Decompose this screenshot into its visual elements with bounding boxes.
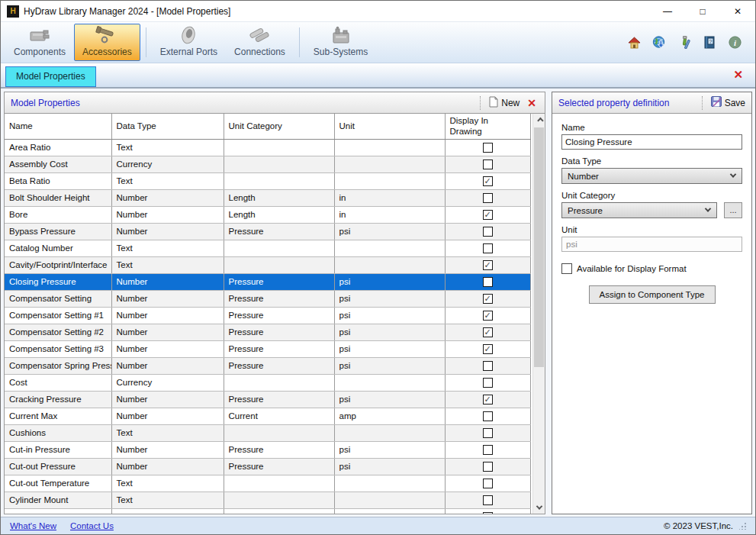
table-row[interactable]: Compensator SettingNumberPressurepsi✓ xyxy=(5,290,530,307)
minimize-button[interactable]: — xyxy=(650,1,685,21)
display-in-drawing-checkbox[interactable] xyxy=(483,143,493,153)
table-row[interactable]: BoreNumberLengthin✓ xyxy=(5,206,530,223)
table-row[interactable]: Compensator Setting #3NumberPressurepsi✓ xyxy=(5,340,530,357)
browse-button[interactable]: ... xyxy=(724,202,742,218)
display-in-drawing-checkbox[interactable] xyxy=(483,428,493,438)
display-in-drawing-checkbox[interactable]: ✓ xyxy=(483,210,493,220)
table-row[interactable]: Compensator Setting #1NumberPressurepsi✓ xyxy=(5,307,530,324)
whats-new-link[interactable]: What's New xyxy=(10,521,56,530)
cell-category: Length xyxy=(224,206,334,223)
cell-type: Number xyxy=(111,206,224,223)
data-type-value: Number xyxy=(568,172,599,181)
display-in-drawing-checkbox[interactable]: ✓ xyxy=(483,176,493,186)
cell-category: Pressure xyxy=(224,391,334,408)
display-in-drawing-checkbox[interactable] xyxy=(483,479,493,488)
cell-name: Area Ratio xyxy=(5,139,111,156)
save-button[interactable]: Save xyxy=(711,96,745,109)
cell-type: Number xyxy=(111,324,224,340)
display-in-drawing-checkbox[interactable] xyxy=(483,227,493,237)
table-row[interactable]: Cut-in PressureNumberPressurepsi xyxy=(5,441,530,458)
toolbar-button-external-ports[interactable]: External Ports xyxy=(152,24,226,61)
table-row[interactable]: Beta RatioText✓ xyxy=(5,172,530,189)
table-row[interactable]: CushionsText xyxy=(5,424,530,441)
table-row[interactable]: Cylinder MountText xyxy=(5,491,530,508)
scroll-down-icon[interactable] xyxy=(533,501,545,514)
display-in-drawing-checkbox[interactable] xyxy=(483,193,493,203)
table-row[interactable]: Catalog NumberText xyxy=(5,240,530,256)
properties-table: Name Data Type Unit Category Unit Displa… xyxy=(5,114,531,514)
toolbar-button-accessories[interactable]: Accessories xyxy=(74,24,140,61)
display-in-drawing-checkbox[interactable] xyxy=(483,495,493,505)
toolbar-button-sub-systems[interactable]: Sub-Systems xyxy=(305,24,376,61)
panel-close-icon[interactable]: ✕ xyxy=(525,97,539,109)
table-row[interactable]: Bypass PressureNumberPressurepsi xyxy=(5,223,530,240)
close-button[interactable]: ✕ xyxy=(720,1,755,21)
name-field[interactable] xyxy=(561,134,742,150)
sub-systems-icon xyxy=(328,25,354,45)
assign-to-component-type-button[interactable]: Assign to Component Type xyxy=(589,285,716,304)
display-in-drawing-checkbox[interactable] xyxy=(483,462,493,472)
cell-unit: psi xyxy=(334,357,445,374)
display-in-drawing-checkbox[interactable] xyxy=(483,411,493,421)
table-row[interactable]: CostCurrency xyxy=(5,374,530,391)
maximize-button[interactable]: □ xyxy=(685,1,720,21)
table-row[interactable]: Bolt Shoulder HeightNumberLengthin xyxy=(5,189,530,206)
resize-grip-icon[interactable] xyxy=(739,523,746,530)
unit-category-dropdown[interactable]: Pressure xyxy=(561,202,717,218)
table-row[interactable]: Compensator Setting #2NumberPressurepsi✓ xyxy=(5,324,530,340)
display-in-drawing-checkbox[interactable]: ✓ xyxy=(483,294,493,304)
cell-display-in-drawing xyxy=(445,223,530,240)
help-book-icon[interactable]: ? xyxy=(703,36,716,50)
display-in-drawing-checkbox[interactable] xyxy=(483,243,493,253)
display-in-drawing-checkbox[interactable] xyxy=(483,361,493,371)
table-row[interactable]: Cavity/Footprint/InterfaceText✓ xyxy=(5,256,530,273)
cell-unit xyxy=(334,491,445,508)
display-in-drawing-checkbox[interactable] xyxy=(483,277,493,287)
new-button[interactable]: New xyxy=(489,96,520,110)
table-row[interactable]: Compensator Spring Press...NumberPressur… xyxy=(5,357,530,374)
column-header-unit[interactable]: Unit xyxy=(334,114,445,139)
display-in-drawing-checkbox[interactable]: ✓ xyxy=(483,327,493,337)
column-header-data-type[interactable]: Data Type xyxy=(111,114,224,139)
chevron-down-icon xyxy=(705,205,711,211)
table-row[interactable]: Assembly CostCurrency xyxy=(5,156,530,172)
tab-model-properties[interactable]: Model Properties xyxy=(5,66,96,87)
scrollbar-thumb[interactable] xyxy=(534,127,544,367)
tab-close-icon[interactable]: ✕ xyxy=(733,69,743,80)
display-in-drawing-checkbox[interactable]: ✓ xyxy=(483,395,493,404)
display-in-drawing-checkbox[interactable] xyxy=(483,445,493,455)
table-row[interactable]: Current MaxNumberCurrentamp xyxy=(5,408,530,424)
vertical-scrollbar[interactable] xyxy=(532,114,545,514)
toolbar-button-components[interactable]: Components xyxy=(5,24,74,61)
column-header-name[interactable]: Name xyxy=(5,114,111,139)
external-ports-icon xyxy=(175,25,201,45)
display-in-drawing-checkbox[interactable] xyxy=(483,512,493,514)
table-row[interactable]: Cracking PressureNumberPressurepsi✓ xyxy=(5,391,530,408)
toolbar-right-icons: ? i xyxy=(627,24,751,61)
data-type-dropdown[interactable]: Number xyxy=(561,168,742,184)
table-row[interactable]: Cut-out TemperatureText xyxy=(5,475,530,491)
toolbar-button-connections[interactable]: Connections xyxy=(226,24,294,61)
display-in-drawing-checkbox[interactable]: ✓ xyxy=(483,344,493,354)
info-icon[interactable]: i xyxy=(728,36,742,50)
web-update-icon[interactable] xyxy=(652,36,666,50)
table-row[interactable]: Closing PressureNumberPressurepsi xyxy=(5,273,530,290)
cell-name: Compensator Spring Press... xyxy=(5,357,111,374)
display-in-drawing-checkbox[interactable]: ✓ xyxy=(483,311,493,321)
home-icon[interactable] xyxy=(627,36,641,50)
contact-us-link[interactable]: Contact Us xyxy=(70,521,114,530)
table-row[interactable]: Area RatioText xyxy=(5,139,530,156)
column-header-unit-category[interactable]: Unit Category xyxy=(224,114,334,139)
cell-category xyxy=(224,374,334,391)
display-in-drawing-checkbox[interactable] xyxy=(483,160,493,169)
display-in-drawing-checkbox[interactable] xyxy=(483,378,493,388)
cell-type: Number xyxy=(111,340,224,357)
window-title: HyDraw Library Manager 2024 - [Model Pro… xyxy=(24,6,230,17)
available-for-display-format-checkbox[interactable] xyxy=(561,263,572,274)
table-row[interactable]: Cut-out PressureNumberPressurepsi xyxy=(5,458,530,475)
scroll-up-icon[interactable] xyxy=(533,114,545,127)
column-header-display-in-drawing[interactable]: Display In Drawing xyxy=(445,114,530,139)
table-row-partial[interactable] xyxy=(5,508,530,514)
display-in-drawing-checkbox[interactable]: ✓ xyxy=(483,260,493,270)
tools-icon[interactable] xyxy=(677,36,691,50)
